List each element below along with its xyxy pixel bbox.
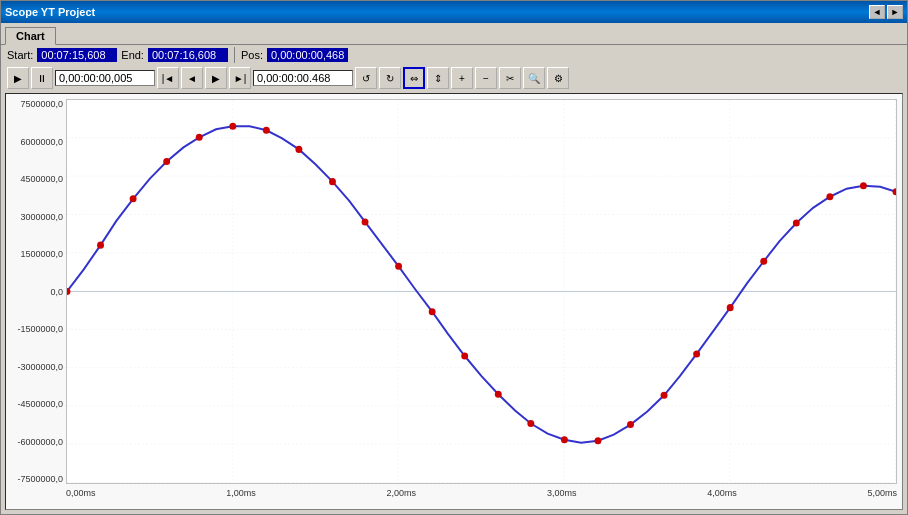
refresh2-btn[interactable]: ↻ xyxy=(379,67,401,89)
pos-input[interactable] xyxy=(253,70,353,86)
y-label-7: -3000000,0 xyxy=(17,362,63,372)
y-label-0: 7500000,0 xyxy=(20,99,63,109)
toolbar-row1: Start: 00:07:15,608 End: 00:07:16,608 Po… xyxy=(1,44,907,65)
settings-btn[interactable]: ⚙ xyxy=(547,67,569,89)
y-axis: 7500000,0 6000000,0 4500000,0 3000000,0 … xyxy=(8,99,66,484)
dot-10 xyxy=(395,263,402,270)
y-label-3: 3000000,0 xyxy=(20,212,63,222)
dot-13 xyxy=(495,391,502,398)
nav-right-btn[interactable]: ► xyxy=(887,5,903,19)
zoom-mode-btn[interactable]: ⇔ xyxy=(403,67,425,89)
pause-btn[interactable]: ⏸ xyxy=(31,67,53,89)
toolbar-row2: ▶ ⏸ |◄ ◄ ▶ ►| ↺ ↻ ⇔ ⇕ + − ✂ 🔍 ⚙ xyxy=(1,65,907,91)
window-title: Scope YT Project xyxy=(5,6,95,18)
zoom-in-btn[interactable]: + xyxy=(451,67,473,89)
dot-16 xyxy=(595,437,602,444)
dot-14 xyxy=(527,420,534,427)
refresh-btn[interactable]: ↺ xyxy=(355,67,377,89)
window-controls: ◄ ► xyxy=(869,5,903,19)
play2-btn[interactable]: ▶ xyxy=(205,67,227,89)
x-label-4: 4,00ms xyxy=(707,488,737,498)
pos-value: 0,00:00:00,468 xyxy=(267,48,348,62)
pos-label: Pos: xyxy=(241,49,263,61)
y-label-1: 6000000,0 xyxy=(20,137,63,147)
end-value: 00:07:16,608 xyxy=(148,48,228,62)
x-label-2: 2,00ms xyxy=(387,488,417,498)
y-label-2: 4500000,0 xyxy=(20,174,63,184)
chart-plot xyxy=(66,99,897,484)
tab-chart[interactable]: Chart xyxy=(5,27,56,45)
y-label-4: 1500000,0 xyxy=(20,249,63,259)
dot-18 xyxy=(661,392,668,399)
dot-7 xyxy=(295,146,302,153)
dot-9 xyxy=(362,218,369,225)
separator1 xyxy=(234,47,235,63)
y-label-8: -4500000,0 xyxy=(17,399,63,409)
dot-20 xyxy=(727,304,734,311)
dot-2 xyxy=(130,195,137,202)
dot-23 xyxy=(826,193,833,200)
dot-5 xyxy=(229,123,236,130)
dot-24 xyxy=(860,182,867,189)
tab-row: Chart xyxy=(1,23,907,44)
chart-svg xyxy=(67,100,896,483)
play-btn[interactable]: ▶ xyxy=(7,67,29,89)
x-label-1: 1,00ms xyxy=(226,488,256,498)
dot-22 xyxy=(793,219,800,226)
y-label-6: -1500000,0 xyxy=(17,324,63,334)
mag-btn[interactable]: 🔍 xyxy=(523,67,545,89)
skip-end-btn[interactable]: ►| xyxy=(229,67,251,89)
main-window: Scope YT Project ◄ ► Chart Start: 00:07:… xyxy=(0,0,908,515)
dot-4 xyxy=(196,134,203,141)
skip-start-btn[interactable]: |◄ xyxy=(157,67,179,89)
dot-21 xyxy=(760,258,767,265)
time-input[interactable] xyxy=(55,70,155,86)
end-label: End: xyxy=(121,49,144,61)
x-label-0: 0,00ms xyxy=(66,488,96,498)
prev-frame-btn[interactable]: ◄ xyxy=(181,67,203,89)
dot-11 xyxy=(429,308,436,315)
y-label-5: 0,0 xyxy=(50,287,63,297)
y-label-10: -7500000,0 xyxy=(17,474,63,484)
x-axis: 0,00ms 1,00ms 2,00ms 3,00ms 4,00ms 5,00m… xyxy=(66,485,897,509)
toolbar-area: Chart Start: 00:07:15,608 End: 00:07:16,… xyxy=(1,23,907,91)
dot-1 xyxy=(97,242,104,249)
y-label-9: -6000000,0 xyxy=(17,437,63,447)
chart-area: 7500000,0 6000000,0 4500000,0 3000000,0 … xyxy=(5,93,903,510)
nav-left-btn[interactable]: ◄ xyxy=(869,5,885,19)
start-value: 00:07:15,608 xyxy=(37,48,117,62)
dot-8 xyxy=(329,178,336,185)
dot-12 xyxy=(461,352,468,359)
cut-btn[interactable]: ✂ xyxy=(499,67,521,89)
dot-17 xyxy=(627,421,634,428)
zoom-out-btn[interactable]: − xyxy=(475,67,497,89)
x-label-5: 5,00ms xyxy=(867,488,897,498)
dot-6 xyxy=(263,127,270,134)
x-label-3: 3,00ms xyxy=(547,488,577,498)
dot-3 xyxy=(163,158,170,165)
start-label: Start: xyxy=(7,49,33,61)
zoom-btn2[interactable]: ⇕ xyxy=(427,67,449,89)
dot-15 xyxy=(561,436,568,443)
title-bar: Scope YT Project ◄ ► xyxy=(1,1,907,23)
dot-19 xyxy=(693,350,700,357)
